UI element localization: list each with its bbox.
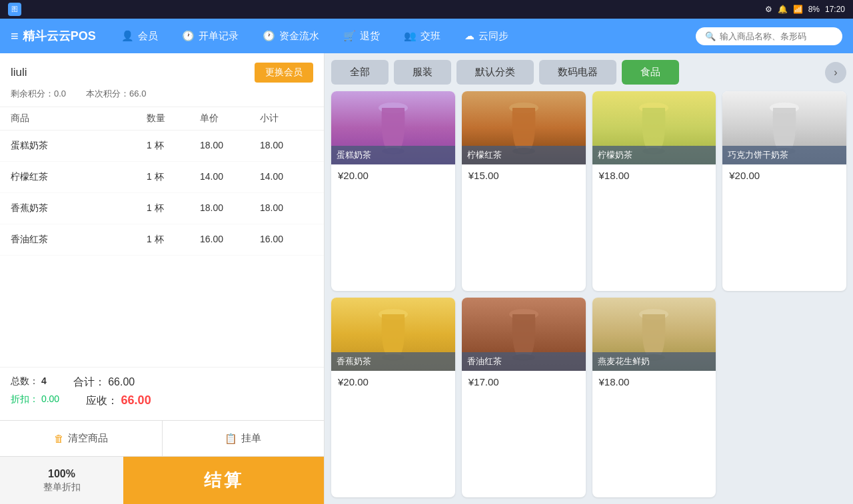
clear-label: 清空商品 <box>68 432 108 445</box>
nav-cashflow[interactable]: 🕐 资金流水 <box>251 25 331 48</box>
product-price: ¥15.00 <box>468 170 579 181</box>
cat-tab-clothing[interactable]: 服装 <box>394 60 451 85</box>
hold-label: 挂单 <box>241 432 261 445</box>
checkout-button[interactable]: 结算 <box>123 457 324 504</box>
discount-pct: 100% <box>48 468 75 480</box>
time-label: 17:20 <box>825 5 845 14</box>
product-name-overlay: 香蕉奶茶 <box>331 352 455 371</box>
order-summary: 总数： 4 合计： 66.00 折扣： 0.00 应收： 66.00 <box>0 367 324 420</box>
member-row: liuli 更换会员 <box>11 63 313 83</box>
col-subtotal: 小计 <box>260 113 313 125</box>
product-info: ¥18.00 <box>592 371 716 393</box>
sync-label: 云同步 <box>478 30 508 43</box>
orders-icon: 🕐 <box>182 30 195 42</box>
product-image: 香油红茶 <box>462 298 586 371</box>
clear-products-button[interactable]: 🗑 清空商品 <box>0 421 163 456</box>
item-price: 16.00 <box>200 234 260 246</box>
discount-value: 0.00 <box>41 393 59 404</box>
table-row[interactable]: 蛋糕奶茶 1 杯 18.00 18.00 <box>0 130 324 162</box>
search-icon: 🔍 <box>705 31 716 41</box>
nav-bar: ≡ 精斗云云POS 👤 会员 🕐 开单记录 🕐 资金流水 🛒 退货 👥 交班 ☁… <box>0 19 853 53</box>
hold-order-button[interactable]: 📋 挂单 <box>163 421 325 456</box>
product-name-overlay: 巧克力饼干奶茶 <box>722 146 846 164</box>
search-input[interactable] <box>720 31 826 41</box>
product-info: ¥20.00 <box>331 164 455 186</box>
item-qty: 1 杯 <box>147 140 200 152</box>
item-name: 香油红茶 <box>11 234 147 246</box>
discount-item: 折扣： 0.00 <box>11 393 59 408</box>
product-name-overlay: 香油红茶 <box>462 352 586 371</box>
product-card[interactable]: 香蕉奶茶 ¥20.00 <box>331 298 455 497</box>
whole-discount-button[interactable]: 100% 整单折扣 <box>0 457 123 504</box>
product-card[interactable]: 蛋糕奶茶 ¥20.00 <box>331 91 455 291</box>
item-subtotal: 16.00 <box>260 234 313 246</box>
category-next-arrow[interactable]: › <box>825 62 846 83</box>
category-tabs: 全部 服装 默认分类 数码电器 食品 › <box>331 60 846 85</box>
table-row[interactable]: 香油红茶 1 杯 16.00 16.00 <box>0 224 324 256</box>
product-image: 香蕉奶茶 <box>331 298 455 371</box>
cat-tab-default[interactable]: 默认分类 <box>456 60 534 85</box>
nav-member[interactable]: 👤 会员 <box>109 25 170 48</box>
search-box[interactable]: 🔍 <box>696 27 842 45</box>
nav-shift[interactable]: 👥 交班 <box>392 25 452 48</box>
item-price: 18.00 <box>200 140 260 152</box>
product-price: ¥20.00 <box>338 170 448 181</box>
nav-orders[interactable]: 🕐 开单记录 <box>170 25 251 48</box>
nav-return[interactable]: 🛒 退货 <box>331 25 392 48</box>
item-name: 柠檬红茶 <box>11 171 147 183</box>
col-qty: 数量 <box>147 113 200 125</box>
product-price: ¥20.00 <box>729 170 840 181</box>
status-bar: 图 ⚙ 🔔 📶 8% 17:20 <box>0 0 853 19</box>
item-subtotal: 18.00 <box>260 140 313 152</box>
product-image: 燕麦花生鲜奶 <box>592 298 716 371</box>
main-content: liuli 更换会员 剩余积分：0.0 本次积分：66.0 商品 数量 单价 小… <box>0 53 853 504</box>
return-icon: 🛒 <box>343 30 356 42</box>
cat-tab-electronics[interactable]: 数码电器 <box>539 60 616 85</box>
member-icon: 👤 <box>121 30 134 42</box>
this-points: 本次积分：66.0 <box>86 88 146 100</box>
product-card[interactable]: 巧克力饼干奶茶 ¥20.00 <box>722 91 846 291</box>
left-panel: liuli 更换会员 剩余积分：0.0 本次积分：66.0 商品 数量 单价 小… <box>0 53 325 504</box>
item-qty: 1 杯 <box>147 171 200 183</box>
app-icon: 图 <box>8 3 21 16</box>
product-price: ¥18.00 <box>599 170 710 181</box>
sum-item: 合计： 66.00 <box>73 376 135 389</box>
payable-value: 66.00 <box>121 393 151 407</box>
product-image: 巧克力饼干奶茶 <box>722 91 846 164</box>
cashflow-label: 资金流水 <box>279 30 319 43</box>
item-subtotal: 18.00 <box>260 202 313 214</box>
col-product: 商品 <box>11 113 147 125</box>
orders-label: 开单记录 <box>199 30 239 43</box>
cat-tab-all[interactable]: 全部 <box>331 60 389 85</box>
table-row[interactable]: 香蕉奶茶 1 杯 18.00 18.00 <box>0 193 324 224</box>
product-name-overlay: 燕麦花生鲜奶 <box>592 352 716 371</box>
product-price: ¥20.00 <box>338 376 448 387</box>
cat-tab-food[interactable]: 食品 <box>622 60 679 85</box>
sync-icon: ☁ <box>464 30 474 42</box>
product-price: ¥17.00 <box>468 376 579 387</box>
notification-icon: 🔔 <box>778 5 788 14</box>
wifi-icon: 📶 <box>793 5 803 14</box>
payable-item: 应收： 66.00 <box>86 393 151 408</box>
item-qty: 1 杯 <box>147 234 200 246</box>
member-points: 剩余积分：0.0 本次积分：66.0 <box>11 88 313 100</box>
table-row[interactable]: 柠檬红茶 1 杯 14.00 14.00 <box>0 162 324 193</box>
change-member-button[interactable]: 更换会员 <box>255 63 313 83</box>
return-label: 退货 <box>360 30 380 43</box>
remain-points: 剩余积分：0.0 <box>11 88 66 100</box>
item-qty: 1 杯 <box>147 202 200 214</box>
discount-btn-label: 整单折扣 <box>43 481 81 493</box>
product-card[interactable]: 燕麦花生鲜奶 ¥18.00 <box>592 298 716 497</box>
nav-sync[interactable]: ☁ 云同步 <box>452 25 520 48</box>
item-price: 14.00 <box>200 171 260 183</box>
product-info: ¥15.00 <box>462 164 586 186</box>
product-card[interactable]: 柠檬奶茶 ¥18.00 <box>592 91 716 291</box>
total-label: 总数： 4 <box>11 376 47 389</box>
product-card[interactable]: 香油红茶 ¥17.00 <box>462 298 586 497</box>
shift-icon: 👥 <box>404 30 417 42</box>
product-image: 柠檬奶茶 <box>592 91 716 164</box>
product-card[interactable]: 柠檬红茶 ¥15.00 <box>462 91 586 291</box>
logo-icon: ≡ <box>11 29 19 44</box>
product-name-overlay: 柠檬奶茶 <box>592 146 716 164</box>
product-image: 蛋糕奶茶 <box>331 91 455 164</box>
